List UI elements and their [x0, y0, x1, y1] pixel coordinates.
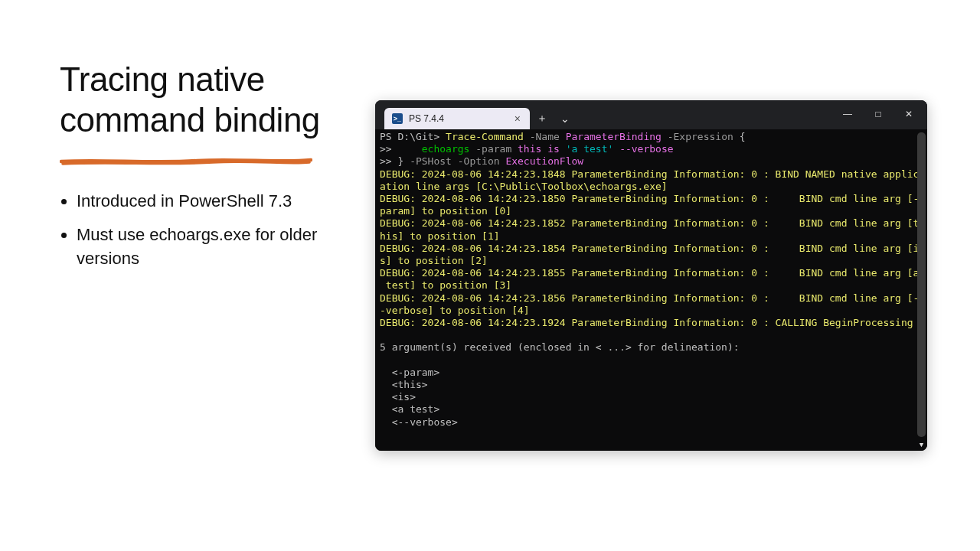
window-maximize-button[interactable]: □: [863, 103, 893, 125]
brace-open: {: [740, 131, 746, 142]
debug-line: DEBUG: 2024-08-06 14:24:23.1924 Paramete…: [380, 317, 913, 328]
output-arg: <-param>: [392, 367, 440, 378]
debug-line: his] to position [1]: [380, 230, 500, 242]
debug-line: DEBUG: 2024-08-06 14:24:23.1850 Paramete…: [380, 193, 919, 204]
terminal-window: >_ PS 7.4.4 × ＋ ⌄ — □ ✕ PS D:\Git> Trace…: [375, 100, 927, 451]
terminal-titlebar: >_ PS 7.4.4 × ＋ ⌄ — □ ✕: [375, 100, 927, 129]
cont-prompt: >>: [380, 143, 392, 155]
terminal-body[interactable]: PS D:\Git> Trace-Command -Name Parameter…: [375, 129, 927, 451]
title-underline: [60, 155, 312, 167]
debug-line: DEBUG: 2024-08-06 14:24:23.1855 Paramete…: [380, 267, 919, 279]
tab-dropdown-button[interactable]: ⌄: [554, 108, 576, 129]
output-arg: <this>: [392, 379, 428, 390]
arg-a-test: 'a test': [566, 143, 614, 155]
debug-line: DEBUG: 2024-08-06 14:24:23.1848 Paramete…: [380, 168, 919, 180]
debug-line: test] to position [3]: [380, 279, 511, 291]
arg-executionflow: ExecutionFlow: [505, 155, 583, 167]
cmd-trace: Trace-Command: [446, 131, 524, 142]
flag-option: -Option: [458, 155, 500, 167]
debug-line: param] to position [0]: [380, 205, 511, 217]
output-arg: <a test>: [392, 403, 440, 415]
window-close-button[interactable]: ✕: [893, 103, 924, 125]
output-heading: 5 argument(s) received (enclosed in < ..…: [380, 341, 740, 353]
bullet-item: Introduced in PowerShell 7.3: [77, 190, 320, 214]
arg-verbose: --verbose: [619, 143, 673, 155]
flag-expression: -Expression: [668, 131, 733, 142]
terminal-tab[interactable]: >_ PS 7.4.4 ×: [384, 108, 530, 129]
cmd-echoargs: echoargs: [422, 143, 470, 155]
flag-param: -param: [475, 143, 511, 155]
powershell-icon: >_: [392, 113, 403, 124]
output-arg: <is>: [392, 391, 416, 403]
brace-close: }: [397, 155, 403, 167]
close-tab-button[interactable]: ×: [513, 113, 522, 124]
bullet-list: Introduced in PowerShell 7.3 Must use ec…: [60, 190, 320, 271]
prompt-text: PS D:\Git>: [380, 131, 439, 142]
flag-name: -Name: [530, 131, 560, 142]
debug-line: DEBUG: 2024-08-06 14:24:23.1856 Paramete…: [380, 292, 919, 304]
tab-label: PS 7.4.4: [409, 113, 513, 124]
debug-line: -verbose] to position [4]: [380, 305, 530, 316]
output-arg: <--verbose>: [392, 416, 458, 428]
debug-line: DEBUG: 2024-08-06 14:24:23.1852 Paramete…: [380, 217, 919, 229]
cont-prompt: >>: [380, 155, 392, 167]
bullet-item: Must use echoargs.exe for older versions: [77, 223, 320, 271]
new-tab-button[interactable]: ＋: [531, 108, 553, 129]
arg-parameterbinding: ParameterBinding: [566, 131, 662, 142]
flag-pshost: -PSHost: [410, 155, 452, 167]
terminal-scrollbar[interactable]: [917, 132, 926, 437]
debug-line: DEBUG: 2024-08-06 14:24:23.1854 Paramete…: [380, 243, 919, 254]
scroll-down-icon[interactable]: ▼: [917, 440, 926, 449]
debug-line: ation line args [C:\Public\Toolbox\echoa…: [380, 181, 668, 192]
debug-line: s] to position [2]: [380, 255, 488, 266]
slide-title: Tracing native command binding: [60, 60, 320, 141]
window-minimize-button[interactable]: —: [832, 103, 863, 125]
arg-this-is: this is: [518, 143, 560, 155]
